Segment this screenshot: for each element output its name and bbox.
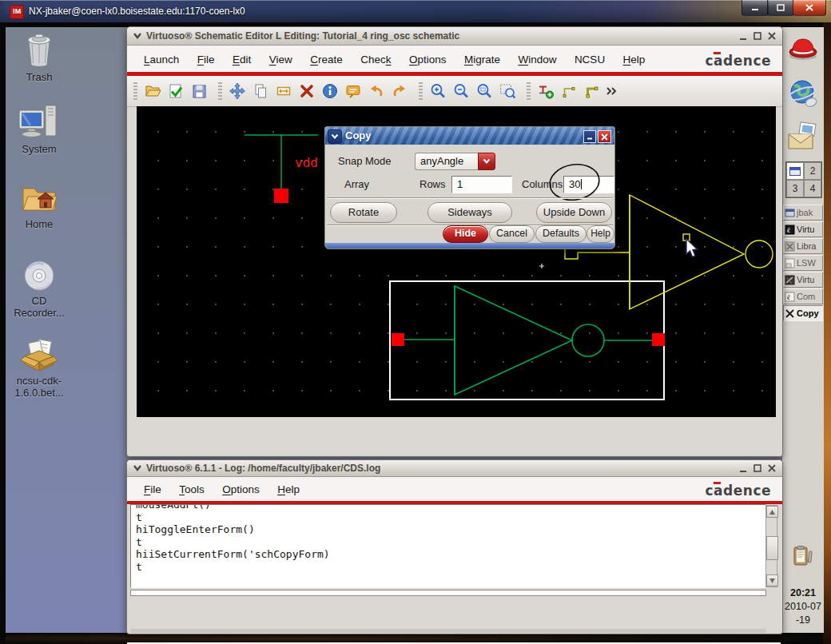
delete-button[interactable] — [295, 80, 318, 102]
stretch-button[interactable] — [272, 80, 295, 102]
clock-applet[interactable]: 20:21 2010-07 -19 — [782, 586, 824, 627]
log-vertical-scrollbar[interactable] — [765, 505, 777, 587]
rows-input[interactable]: 1 — [451, 176, 512, 193]
menu-check[interactable]: Check — [353, 46, 398, 73]
desktop-icon-cd-recorder[interactable]: CD Recorder... — [13, 259, 66, 319]
window-list-item[interactable]: Virtu — [783, 272, 823, 288]
hide-button[interactable]: Hide — [443, 225, 488, 243]
open-button[interactable] — [141, 80, 164, 102]
window-list-item[interactable]: LSW — [783, 255, 823, 271]
upside-down-button[interactable]: Upside Down — [536, 202, 612, 223]
email-launcher[interactable] — [787, 121, 819, 157]
copy-button[interactable] — [249, 80, 272, 102]
rotate-button[interactable]: Rotate — [330, 202, 397, 223]
ciw-command-input[interactable] — [130, 590, 766, 596]
menu-create[interactable]: Create — [303, 46, 350, 73]
menu-tools[interactable]: Tools — [172, 478, 212, 502]
desktop-icon-system[interactable]: System — [11, 104, 67, 155]
window-menu-chevron-icon[interactable] — [133, 464, 142, 472]
lsw-window-icon — [785, 258, 795, 268]
scroll-down-button[interactable] — [766, 574, 778, 586]
help-button[interactable]: Help — [586, 225, 614, 243]
minimize-button[interactable] — [738, 463, 749, 473]
property-button[interactable] — [318, 80, 341, 102]
menu-help[interactable]: Help — [616, 46, 653, 73]
zoom-out-button[interactable] — [449, 80, 472, 102]
window-list-item-copy-active[interactable]: Copy — [783, 305, 823, 321]
move-button[interactable] — [225, 80, 249, 102]
toolbar-grip[interactable] — [218, 82, 222, 100]
log-horizontal-scrollbar[interactable] — [130, 629, 766, 633]
dialog-close-button[interactable] — [598, 130, 611, 143]
window-list-item[interactable]: č Virtu — [783, 221, 823, 237]
close-button[interactable] — [766, 463, 777, 473]
menu-help[interactable]: Help — [270, 478, 307, 502]
dialog-menu-button[interactable] — [328, 129, 342, 144]
vdd-pin-square[interactable] — [274, 189, 288, 203]
dialog-resize-edge[interactable] — [325, 243, 614, 248]
defaults-button[interactable]: Defaults — [535, 225, 586, 243]
maximize-button[interactable] — [752, 463, 763, 473]
menu-options[interactable]: Options — [402, 46, 454, 73]
schematic-titlebar[interactable]: Virtuoso® Schematic Editor L Editing: Tu… — [127, 27, 782, 46]
desktop-icon-ncsu-cdk[interactable]: ncsu-cdk- 1.6.0.bet... — [10, 337, 69, 399]
minimize-button[interactable] — [738, 31, 749, 41]
desktop-icon-home[interactable]: Home — [16, 181, 62, 230]
dialog-minimize-button[interactable] — [583, 130, 596, 143]
inverter-input-pin[interactable] — [392, 333, 404, 346]
scrollbar-thumb[interactable] — [766, 536, 778, 560]
redhat-menu-launcher[interactable] — [787, 34, 819, 67]
columns-input[interactable]: 30 — [563, 176, 614, 193]
maximize-button[interactable] — [752, 31, 763, 41]
workspace-4[interactable]: 4 — [804, 180, 821, 197]
dropdown-arrow-button[interactable] — [478, 153, 495, 170]
menu-view[interactable]: View — [262, 46, 300, 73]
toolbar-grip[interactable] — [133, 82, 137, 100]
toolbar-grip[interactable] — [419, 82, 423, 100]
window-list-item[interactable]: č Com — [783, 288, 823, 304]
inverter-output-pin[interactable] — [652, 333, 665, 346]
toolbar-grip[interactable] — [527, 82, 531, 100]
sideways-button[interactable]: Sideways — [427, 202, 512, 223]
cancel-button[interactable]: Cancel — [489, 225, 535, 243]
zoom-fit-button[interactable] — [495, 80, 519, 102]
zoom-in-button[interactable] — [426, 80, 449, 102]
desktop-icon-trash[interactable]: Trash — [16, 32, 62, 83]
workspace-1-active[interactable] — [786, 162, 804, 180]
menu-file[interactable]: File — [137, 478, 169, 502]
log-output-area[interactable]: mouseAddPt() t hiToggleEnterForm() t hii… — [130, 504, 766, 588]
create-narrow-wire-button[interactable] — [557, 80, 580, 102]
menu-options[interactable]: Options — [215, 478, 267, 502]
save-button[interactable] — [187, 80, 210, 102]
log-titlebar[interactable]: Virtuoso® 6.1.1 - Log: /home/faculty/jba… — [127, 460, 782, 477]
window-list-item[interactable]: jbak — [783, 205, 823, 221]
menu-migrate[interactable]: Migrate — [457, 46, 507, 73]
menu-file[interactable]: File — [190, 46, 222, 73]
workspace-3[interactable]: 3 — [786, 180, 804, 197]
notes-applet[interactable] — [793, 545, 813, 570]
copy-dialog-titlebar[interactable]: Copy — [325, 127, 614, 145]
scroll-up-button[interactable] — [766, 506, 778, 518]
menu-launch[interactable]: Launch — [137, 46, 186, 73]
note-button[interactable] — [341, 80, 364, 102]
menu-window[interactable]: Window — [511, 46, 563, 73]
menu-edit[interactable]: Edit — [225, 46, 258, 73]
window-list-item[interactable]: Libra — [783, 238, 823, 254]
undo-button[interactable] — [364, 80, 388, 102]
web-browser-launcher[interactable] — [787, 77, 819, 113]
window-menu-chevron-icon[interactable] — [133, 32, 142, 40]
host-minimize-button[interactable] — [742, 0, 769, 16]
create-instance-button[interactable] — [534, 80, 557, 102]
toolbar-overflow-button[interactable] — [603, 80, 619, 102]
redo-button[interactable] — [388, 80, 411, 102]
snap-mode-dropdown[interactable]: anyAngle — [415, 153, 495, 170]
host-maximize-button[interactable] — [767, 0, 794, 16]
create-wide-wire-button[interactable] — [580, 80, 603, 102]
menu-ncsu[interactable]: NCSU — [567, 46, 612, 73]
log-window-title: Virtuoso® 6.1.1 - Log: /home/faculty/jba… — [146, 460, 380, 476]
zoom-area-button[interactable] — [472, 80, 495, 102]
close-button[interactable] — [766, 31, 777, 41]
workspace-2[interactable]: 2 — [804, 162, 821, 180]
check-and-save-button[interactable] — [164, 80, 187, 102]
host-close-button[interactable] — [793, 0, 826, 16]
